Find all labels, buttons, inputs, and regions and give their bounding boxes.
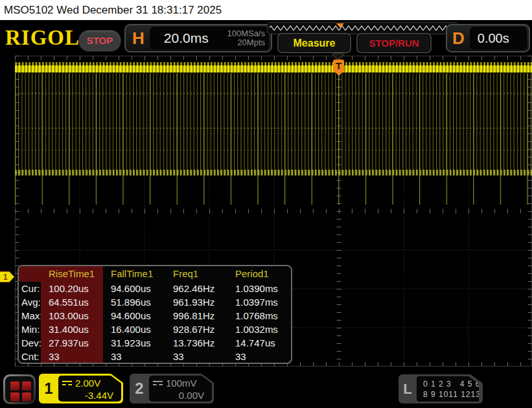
- delay-value: 0.00s: [470, 27, 527, 50]
- digital-row1: 0 1 2 3 4 5 6 7: [423, 379, 481, 389]
- timebase-value: 20.0ms: [164, 30, 227, 46]
- channel1-badge[interactable]: 1 2.00V -3.44V: [39, 374, 123, 403]
- stop-run-button[interactable]: STOP/RUN: [356, 33, 432, 53]
- channel1-panel: 2.00V -3.44V: [58, 376, 121, 402]
- digital-row2: 8 9 1011 12131415: [423, 389, 481, 400]
- trigger-position-icon[interactable]: [332, 54, 344, 60]
- table-cell: 961.93Hz: [165, 295, 227, 309]
- horizontal-label: H: [132, 28, 145, 49]
- row-label: Avg:: [19, 295, 41, 309]
- digital-channels-badge[interactable]: L 0 1 2 3 4 5 6 7 8 9 1011 12131415: [399, 374, 483, 403]
- table-cell: 31.923us: [103, 336, 165, 350]
- table-cell: 51.896us: [103, 295, 165, 309]
- run-state-badge: STOP: [78, 30, 121, 52]
- table-cell: 962.46Hz: [165, 282, 227, 295]
- table-corner: [19, 266, 41, 282]
- table-cell: 31.400us: [41, 323, 103, 336]
- channel2-offset: 0.00V: [153, 389, 207, 402]
- trigger-marker[interactable]: T: [333, 60, 344, 73]
- sample-rate: 100MSa/s: [227, 28, 265, 38]
- acquisition-info: 100MSa/s 20Mpts: [227, 29, 265, 47]
- row-label: Cur:: [19, 282, 41, 295]
- horizontal-settings[interactable]: H 20.0ms 100MSa/s 20Mpts: [124, 24, 272, 52]
- row-label: Min:: [19, 323, 41, 336]
- digital-panel: 0 1 2 3 4 5 6 7 8 9 1011 12131415: [417, 376, 481, 402]
- table-cell: 1.0390ms: [227, 282, 288, 295]
- channel2-scale: 100mV: [166, 378, 197, 389]
- rigol-logo: RIGOL: [5, 26, 80, 50]
- table-cell: 1.0768ms: [227, 309, 288, 323]
- overview-zigzag-icon: [268, 23, 457, 34]
- channel2-number: 2: [130, 374, 149, 403]
- menu-button[interactable]: [3, 374, 36, 404]
- delay-settings[interactable]: D 0.00s: [446, 24, 530, 52]
- header: RIGOL STOP H 20.0ms 100MSa/s 20Mpts: [0, 20, 532, 56]
- overview-trigger-position-icon[interactable]: [336, 23, 344, 28]
- table-cell: 33: [165, 350, 227, 363]
- channel1-number: 1: [39, 374, 58, 403]
- table-cell: 94.600us: [103, 309, 165, 323]
- memory-depth: 20Mpts: [237, 38, 265, 47]
- row-label: Max:: [19, 309, 41, 323]
- measurement-table: RiseTime1 FallTime1 Freq1 Period1 Cur: 1…: [17, 265, 292, 364]
- dc-coupling-icon: [153, 381, 163, 385]
- channel1-scale: 2.00V: [75, 378, 100, 389]
- table-cell: 13.736Hz: [165, 336, 227, 350]
- horizontal-panel: 20.0ms 100MSa/s 20Mpts: [150, 27, 269, 50]
- table-cell: 928.67Hz: [165, 323, 227, 336]
- table-cell: 100.20us: [41, 282, 103, 295]
- column-header-risetime[interactable]: RiseTime1: [41, 266, 103, 282]
- delay-label: D: [452, 28, 465, 49]
- menu-grid-icon: [5, 376, 34, 402]
- table-cell: 94.600us: [103, 282, 165, 295]
- row-label: Cnt:: [19, 350, 41, 363]
- column-header-falltime[interactable]: FallTime1: [103, 266, 165, 282]
- channel2-badge[interactable]: 2 100mV 0.00V: [130, 374, 214, 403]
- table-cell: 33: [103, 350, 165, 363]
- table-cell: 1.0397ms: [227, 295, 288, 309]
- channel2-panel: 100mV 0.00V: [149, 376, 212, 402]
- table-cell: 27.937us: [41, 336, 103, 350]
- table-cell: 996.81Hz: [165, 309, 227, 323]
- dc-coupling-icon: [62, 381, 72, 385]
- digital-label: L: [399, 374, 417, 403]
- row-label: Dev:: [19, 336, 41, 350]
- column-header-period[interactable]: Period1: [227, 266, 288, 282]
- oscilloscope-screen: MSO5102 Wed December 31 18:31:17 2025 RI…: [0, 0, 532, 408]
- measure-button[interactable]: Measure: [277, 33, 351, 53]
- titlebar: MSO5102 Wed December 31 18:31:17 2025: [0, 0, 532, 20]
- column-header-freq[interactable]: Freq1: [165, 266, 227, 282]
- table-cell: 64.551us: [41, 295, 103, 309]
- table-cell: 16.400us: [103, 323, 165, 336]
- bottombar: 1 2.00V -3.44V 2 100mV 0.00V L: [0, 367, 532, 408]
- table-cell: 33: [227, 350, 288, 363]
- table-cell: 33: [41, 350, 103, 363]
- channel1-level-marker[interactable]: 1: [0, 271, 14, 282]
- table-cell: 103.00us: [41, 309, 103, 323]
- table-cell: 1.0032ms: [227, 323, 288, 336]
- channel1-offset: -3.44V: [62, 389, 116, 402]
- table-cell: 14.747us: [227, 336, 288, 350]
